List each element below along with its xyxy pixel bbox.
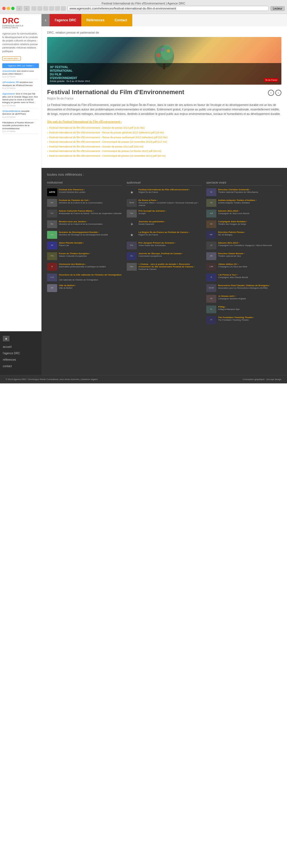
ref-logo-text: LSM — [210, 266, 213, 268]
ref-logo-text: BF — [51, 287, 53, 289]
address-bar[interactable] — [68, 6, 269, 11]
ref-org: Théâtre national de Nice — [218, 255, 245, 257]
ref-name[interactable]: Salon Planète Durable › — [59, 242, 84, 244]
ref-name[interactable]: Anthéa Antipolis Théâtre d'Antibes › — [218, 199, 257, 202]
festival-banner-overlay: 30° FESTIVALINTERNATIONALDU FILMD'ENVIRO… — [47, 63, 281, 85]
ref-logo-text: FTE — [51, 255, 54, 257]
ref-name[interactable]: Saison Culturelle France-Maroc › — [59, 210, 122, 212]
ref-name[interactable]: «L'Oiseau vert» › — [218, 295, 246, 298]
ref-name[interactable]: Prix Jacques Prévert du Scénario › — [138, 242, 176, 244]
ref-info: Cérémonie des Molières › Association pro… — [59, 263, 106, 268]
ref-name[interactable]: Rencontres Paul Claudel, Château de Bran… — [218, 284, 270, 287]
sun-icon: ☀ — [130, 222, 134, 226]
doc-link[interactable]: Festival international du film d'Environ… — [49, 149, 161, 153]
ref-name[interactable]: «8ème édition #3» › — [218, 263, 247, 266]
svg-point-2 — [161, 44, 173, 60]
list-item: › Festival international du film d'Envir… — [47, 145, 281, 149]
maximize-btn[interactable] — [11, 7, 14, 10]
ref-name[interactable]: Forum du Théâtre Européen › — [59, 252, 90, 255]
ref-name[interactable]: Direction Christian Schiaretti › — [218, 188, 258, 191]
site-link[interactable]: Site web du Festival International du Fi… — [47, 120, 281, 123]
ref-name[interactable]: Saisons 2011-2013 › — [218, 210, 249, 212]
ref-name[interactable]: Ouverture de la Cité nationale de l'hist… — [59, 274, 122, 279]
dark-nav-agence[interactable]: l'agence DRC — [3, 351, 39, 355]
prev-arrow[interactable]: ‹ — [268, 90, 274, 96]
ref-name[interactable]: Semaine du Développement Durable › — [59, 231, 108, 234]
doc-link[interactable]: Festival international du film d'Environ… — [49, 131, 164, 134]
ref-name[interactable]: Festival International du Film d'Environ… — [138, 188, 190, 191]
dark-nav-references[interactable]: références — [3, 358, 39, 362]
ref-name[interactable]: Festival de l'histoire de l'art › — [59, 199, 103, 202]
ref-name[interactable]: Cérémonie des Molières › — [59, 263, 106, 266]
reader-button[interactable]: Lecteur — [270, 6, 285, 11]
content-area: DRC, relation presse et partenariat de 3… — [41, 26, 287, 168]
nav-agency-item[interactable]: l'agence DRC — [50, 14, 81, 26]
toolbar-icon — [61, 6, 66, 11]
minimize-btn[interactable] — [7, 7, 10, 10]
ref-name[interactable]: La Région Île-de-France au Festival de C… — [138, 231, 189, 234]
ref-name[interactable]: Direction Patrick Pineau › — [218, 231, 245, 234]
forward-button[interactable]: › — [24, 6, 30, 11]
ref-logo-text: C+E — [51, 276, 54, 278]
ref-info: Saisons 2011-2013 › Compagnie de Jean-Lo… — [218, 210, 249, 215]
ref-name[interactable]: Compagnie Alain Neddam › — [218, 220, 247, 223]
dark-sidebar: ▲ accueil l'agence DRC références contac… — [0, 331, 41, 375]
doc-link[interactable]: Festival international du film d'Environ… — [49, 136, 167, 139]
nav-back-button[interactable]: ‹ — [41, 14, 50, 26]
ref-name[interactable]: The Footsbarn Traveling Theatre › — [218, 316, 254, 319]
tweet-text: Félicitations à Pauline Moreuze : nouvel… — [2, 121, 35, 130]
ref-info: «Je Pense à Yxx» › Compagnie Jean-Claude… — [218, 274, 248, 279]
ref-logo: Prix — [127, 210, 137, 217]
close-btn[interactable] — [2, 7, 6, 10]
nav-contact-item[interactable]: Contact — [109, 14, 132, 26]
tweet-item: Félicitations à Pauline Moreuze : nouvel… — [2, 121, 39, 134]
doc-link[interactable]: Festival international du film d'Environ… — [49, 154, 165, 158]
ref-org: Ministère de l'Ecologie et du Développem… — [59, 234, 108, 236]
twitter-box[interactable]: 🐦 l'agence DRC sur Twitter › — [2, 63, 39, 68]
ref-logo: SP — [47, 242, 57, 249]
ref-name[interactable]: «Je Pense à Yxx» › — [218, 274, 248, 276]
ref-name[interactable]: Rendez-vous aux Jardins › — [59, 220, 103, 223]
ref-info: Rencontres Paul Claudel, Château de Bran… — [218, 284, 270, 289]
nav-refs-item[interactable]: Références — [81, 14, 109, 26]
ref-org: Commission européenne — [138, 255, 183, 257]
footer-copyright: © 2013 Agence DRC / Dominique Racile Con… — [6, 378, 98, 381]
tweet-meta: il y a 11 heures — [2, 75, 39, 78]
ref-name[interactable]: Direction Daniel Benoin › — [218, 252, 245, 255]
doc-link[interactable]: Festival international du film d'Environ… — [49, 145, 143, 149]
ref-logo-text: B — [211, 276, 212, 278]
nav-arrows: ‹ › — [268, 90, 281, 96]
ref-name[interactable]: Festival Arte Flamenco › — [59, 188, 86, 191]
ref-name[interactable]: Journées du patrimoine › — [138, 220, 165, 223]
ref-item: BF Ville de Belfort › Ville de Belfort — [47, 284, 122, 292]
ref-name[interactable]: De Rome à Paris › — [138, 199, 202, 202]
ref-info: Festival Arte Flamenco › Conseil Général… — [59, 188, 86, 194]
doc-link[interactable]: Festival international du film d'Environ… — [49, 126, 144, 130]
back-button[interactable]: ‹ — [16, 6, 23, 11]
ref-info: «L'Oiseau vert» › Compagnie Sandrine Ang… — [218, 295, 246, 300]
ref-name[interactable]: « Cinéma : vers le public de demain » Re… — [138, 263, 202, 268]
up-arrow-button[interactable]: ▲ — [3, 336, 9, 341]
learn-more-link[interactable]: en savoir plus › — [2, 56, 21, 61]
ref-item: LSM «8ème édition #3» › Compagnie Les Se… — [206, 263, 281, 271]
ref-logo: ★ — [127, 188, 137, 196]
ref-name[interactable]: Saisons 2011-2013 › — [218, 242, 272, 244]
ref-logo-text: Prix — [130, 244, 133, 246]
refs-col-title: institutionnel — [47, 181, 122, 186]
doc-link[interactable]: Festival international du film d'Environ… — [49, 140, 167, 144]
ref-logo: ACCRI — [206, 284, 216, 292]
ref-name[interactable]: Prix Scoopit du scénario › — [138, 210, 166, 212]
tweet-handle: @jpsommer — [2, 92, 15, 95]
ref-item: AN Compagnie Alain Neddam › Théâtre des … — [206, 220, 281, 228]
dark-nav-accueil[interactable]: accueil — [3, 345, 39, 349]
next-arrow[interactable]: › — [275, 90, 281, 96]
ref-name[interactable]: Journée de l'Europe, Festival de Cannes … — [138, 252, 183, 255]
browser-buttons — [2, 7, 14, 10]
ref-name[interactable]: Ville de Belfort › — [59, 284, 76, 287]
logo-area: DRC Dominique Racile Consultants — [2, 17, 39, 29]
ref-org: Ambassade de France au Maroc / Service d… — [59, 212, 122, 215]
ref-org: Festival de Cannes — [138, 268, 202, 271]
banner-sub: Entrée gratuite · Du 6 au 16 février 201… — [50, 80, 279, 83]
ref-name[interactable]: Fellag › — [218, 306, 240, 308]
dark-nav-contact[interactable]: contact — [3, 364, 39, 368]
